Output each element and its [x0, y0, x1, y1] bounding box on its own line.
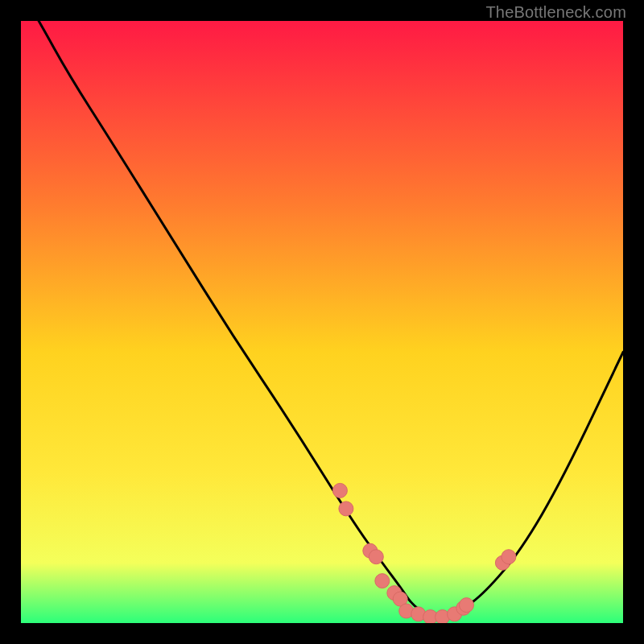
bottleneck-curve: [21, 21, 623, 617]
curve-marker: [339, 502, 353, 516]
curve-marker: [460, 598, 474, 613]
curve-marker: [502, 550, 516, 564]
plot-area: [21, 21, 623, 623]
curve-markers: [332, 483, 516, 623]
curve-marker: [369, 550, 383, 564]
curve-marker: [332, 483, 347, 497]
curve-overlay: [21, 21, 623, 623]
attribution-text: TheBottleneck.com: [485, 3, 626, 22]
curve-marker: [375, 574, 390, 588]
